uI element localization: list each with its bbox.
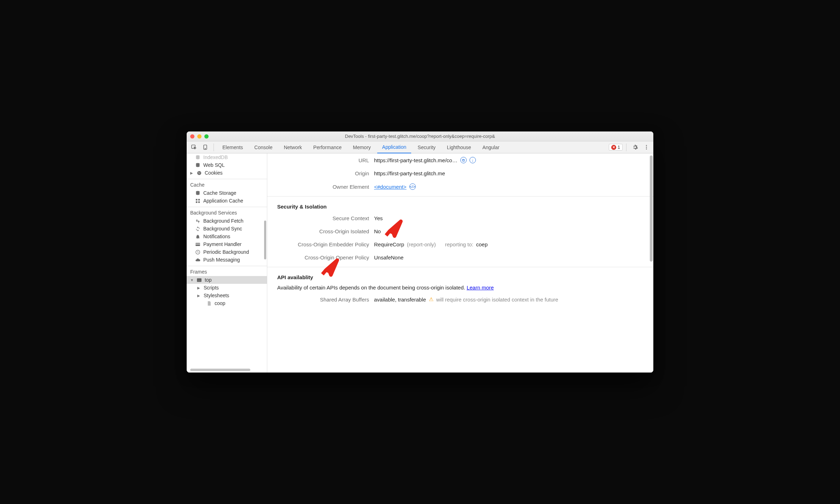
origin-value: https://first-party-test.glitch.me bbox=[374, 170, 445, 176]
more-icon[interactable] bbox=[641, 142, 651, 152]
document-icon bbox=[206, 301, 212, 306]
tab-security[interactable]: Security bbox=[413, 141, 441, 153]
coep-reporting-value: coep bbox=[476, 241, 488, 247]
sidebar-group-bg: Background Services bbox=[187, 207, 267, 217]
sidebar-item-indexeddb[interactable]: IndexedDB bbox=[187, 153, 267, 161]
error-count-badge[interactable]: ✕ 1 bbox=[609, 144, 623, 151]
tab-performance[interactable]: Performance bbox=[308, 141, 346, 153]
svg-point-4 bbox=[646, 147, 647, 148]
coep-reporting-label: reporting to: bbox=[445, 241, 473, 247]
error-count: 1 bbox=[618, 145, 620, 150]
cloud-icon bbox=[195, 257, 200, 263]
sidebar-group-cache: Cache bbox=[187, 179, 267, 189]
collapse-icon: ▼ bbox=[190, 278, 194, 282]
sidebar-item-stylesheets[interactable]: ▶ Stylesheets bbox=[187, 292, 267, 299]
sidebar-item-notifications[interactable]: Notifications bbox=[187, 233, 267, 240]
reveal-icon[interactable]: ↓ bbox=[469, 157, 476, 163]
row-owner: Owner Element <#document> </> bbox=[277, 180, 643, 193]
sidebar-item-push[interactable]: Push Messaging bbox=[187, 256, 267, 264]
owner-link[interactable]: <#document> bbox=[374, 184, 407, 190]
coop-label: Cross-Origin Opener Policy bbox=[277, 254, 369, 260]
api-availability-desc: Availability of certain APIs depends on … bbox=[277, 282, 643, 293]
coep-value: RequireCorp bbox=[374, 241, 404, 247]
sab-value: available, transferable bbox=[374, 297, 426, 303]
svg-point-2 bbox=[205, 148, 205, 149]
tab-network[interactable]: Network bbox=[279, 141, 307, 153]
tab-memory[interactable]: Memory bbox=[348, 141, 376, 153]
cookie-icon bbox=[197, 170, 202, 176]
divider bbox=[267, 196, 653, 197]
tab-application[interactable]: Application bbox=[377, 141, 412, 153]
sab-label: Shared Array Buffers bbox=[277, 297, 369, 303]
row-shared-array-buffers: Shared Array Buffers available, transfer… bbox=[277, 293, 643, 306]
clock-icon bbox=[195, 250, 200, 255]
origin-label: Origin bbox=[277, 170, 369, 176]
learn-more-link[interactable]: Learn more bbox=[467, 285, 494, 291]
sab-warning: will require cross-origin isolated conte… bbox=[436, 297, 558, 303]
secure-context-value: Yes bbox=[374, 215, 383, 221]
database-icon bbox=[195, 191, 200, 196]
expand-icon: ▶ bbox=[197, 294, 201, 298]
svg-point-10 bbox=[199, 172, 200, 173]
settings-icon[interactable] bbox=[630, 142, 640, 152]
svg-point-5 bbox=[646, 148, 647, 150]
url-label: URL bbox=[277, 157, 369, 163]
svg-rect-13 bbox=[196, 199, 197, 200]
devtools-tabbar: Elements Console Network Performance Mem… bbox=[187, 141, 653, 153]
row-cross-origin-isolated: Cross-Origin Isolated No bbox=[277, 225, 643, 238]
frame-icon bbox=[197, 277, 202, 283]
api-availability-title: API availablity bbox=[277, 270, 643, 282]
inspect-element-icon[interactable]: </> bbox=[409, 183, 416, 190]
sidebar-item-websql[interactable]: Web SQL bbox=[187, 161, 267, 169]
sidebar-item-scripts[interactable]: ▶ Scripts bbox=[187, 284, 267, 292]
url-value: https://first-party-test.glitch.me/co… bbox=[374, 157, 457, 163]
tab-elements[interactable]: Elements bbox=[217, 141, 248, 153]
row-url: URL https://first-party-test.glitch.me/c… bbox=[277, 153, 643, 167]
maximize-button[interactable] bbox=[204, 134, 209, 139]
row-origin: Origin https://first-party-test.glitch.m… bbox=[277, 167, 643, 180]
coi-value: No bbox=[374, 228, 381, 234]
frame-details-panel: URL https://first-party-test.glitch.me/c… bbox=[267, 153, 653, 373]
svg-point-9 bbox=[198, 172, 199, 172]
tab-console[interactable]: Console bbox=[249, 141, 277, 153]
owner-label: Owner Element bbox=[277, 184, 369, 190]
sidebar-item-bg-fetch[interactable]: Background Fetch bbox=[187, 217, 267, 225]
separator bbox=[214, 143, 214, 151]
inspect-icon[interactable] bbox=[189, 142, 199, 152]
tab-angular[interactable]: Angular bbox=[477, 141, 504, 153]
svg-rect-14 bbox=[198, 199, 200, 200]
close-button[interactable] bbox=[190, 134, 194, 139]
svg-rect-20 bbox=[197, 279, 201, 282]
expand-icon: ▶ bbox=[190, 171, 194, 175]
window-traffic-lights bbox=[190, 134, 209, 139]
tab-lighthouse[interactable]: Lighthouse bbox=[442, 141, 476, 153]
svg-point-8 bbox=[197, 171, 201, 175]
sidebar-item-periodic[interactable]: Periodic Background bbox=[187, 248, 267, 256]
expand-icon: ▶ bbox=[197, 286, 201, 290]
sidebar-group-frames: Frames bbox=[187, 266, 267, 276]
row-coop: Cross-Origin Opener Policy UnsafeNone bbox=[277, 251, 643, 264]
main-scrollbar[interactable] bbox=[650, 156, 653, 262]
sidebar-item-payment[interactable]: Payment Handler bbox=[187, 240, 267, 248]
secure-context-label: Secure Context bbox=[277, 215, 369, 221]
sidebar-item-app-cache[interactable]: Application Cache bbox=[187, 197, 267, 205]
sidebar-item-cookies[interactable]: ▶ Cookies bbox=[187, 169, 267, 177]
copy-icon[interactable]: ⧉ bbox=[460, 157, 467, 163]
sidebar-item-bg-sync[interactable]: Background Sync bbox=[187, 225, 267, 233]
svg-rect-16 bbox=[198, 201, 200, 203]
sync-icon bbox=[195, 226, 200, 232]
warning-icon: ⚠ bbox=[429, 296, 433, 303]
security-isolation-title: Security & Isolation bbox=[277, 199, 643, 212]
device-toggle-icon[interactable] bbox=[200, 142, 210, 152]
sidebar-item-cache-storage[interactable]: Cache Storage bbox=[187, 189, 267, 197]
sidebar-scrollbar[interactable] bbox=[264, 221, 266, 259]
sidebar-item-top-frame[interactable]: ▼ top bbox=[187, 276, 267, 284]
fetch-icon bbox=[195, 218, 200, 224]
svg-rect-15 bbox=[196, 201, 197, 203]
coep-report-only: (report-only) bbox=[407, 241, 436, 247]
sidebar-item-coop[interactable]: coop bbox=[187, 299, 267, 307]
application-sidebar: IndexedDB Web SQL ▶ Cookies Cache Cache … bbox=[187, 153, 267, 373]
minimize-button[interactable] bbox=[197, 134, 202, 139]
sidebar-h-scrollbar[interactable] bbox=[190, 369, 250, 371]
bell-icon bbox=[195, 234, 200, 239]
